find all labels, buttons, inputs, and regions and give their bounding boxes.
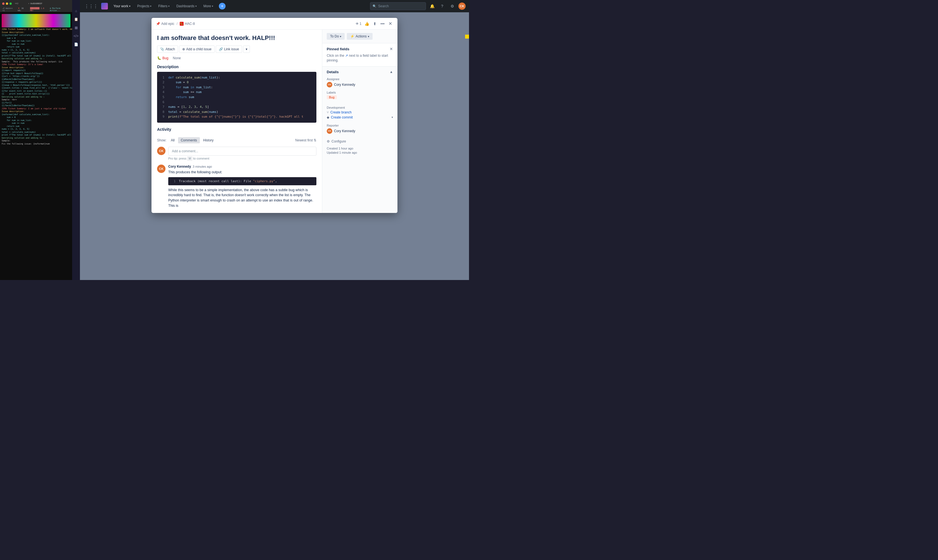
pin-icon-inline: ↗ xyxy=(345,54,348,58)
terminal-statusbar-top: ⎇ main++ ↑1 🔻 36 kB↓ ▓▓▓▓▓▓▓▓ 1.6 MB↑ ⊕ … xyxy=(0,7,72,12)
code-line-8: 8 total = calculate_sum(nums) xyxy=(160,109,313,115)
sidebar-icon-home[interactable]: ⌂ xyxy=(74,8,78,14)
user-avatar-nav[interactable]: CK xyxy=(458,3,466,10)
link-issue-btn[interactable]: 🔗 Link issue xyxy=(216,46,242,53)
memory-stat1: 🔻 36 kB↓ xyxy=(18,7,28,12)
nav-more[interactable]: More ▾ xyxy=(201,3,215,9)
terminal-lines: JIRA Ticket Summary: I am software that … xyxy=(2,28,71,145)
sidebar-icon-board[interactable]: ▦ xyxy=(74,25,78,30)
notifications-btn[interactable]: 🔔 xyxy=(428,2,436,10)
attach-icon: 📎 xyxy=(160,47,165,51)
thumbs-up-btn[interactable]: 👍 xyxy=(364,21,370,27)
comment-tip: Pro tip: press M to comment xyxy=(168,157,317,160)
terminal-line: {{response = requests.get(url)}} xyxy=(2,81,71,84)
reporter-avatar: CK xyxy=(327,128,332,134)
add-child-btn[interactable]: ⊕ Add a child issue xyxy=(179,46,215,53)
terminal-line: Issue description: xyxy=(2,66,71,69)
sort-newest-btn[interactable]: Newest first ⇅ xyxy=(295,138,317,142)
bug-icon: 🐛 xyxy=(157,56,161,60)
create-commit-btn[interactable]: ◆ Create commit ▾ xyxy=(327,115,393,119)
nav-projects[interactable]: Projects ▾ xyxy=(135,3,154,9)
more-options-btn[interactable]: ••• xyxy=(380,21,386,27)
grid-icon[interactable]: ⋮⋮⋮ xyxy=(83,3,99,10)
nav-dashboards[interactable]: Dashboards ▾ xyxy=(174,3,199,9)
assignee-avatar: CK xyxy=(327,82,332,88)
nav-filters[interactable]: Filters ▾ xyxy=(156,3,172,9)
gpu-art xyxy=(2,14,71,28)
dashboards-chevron: ▾ xyxy=(195,5,197,8)
tab-comments[interactable]: Comments xyxy=(178,137,200,143)
modal-actions-right: 👁 1 👍 ⬆ ••• ✕ xyxy=(355,20,393,27)
terminal-line: {{#SeckCIsBetterThanCake}} xyxy=(2,78,71,81)
sidebar-icon-docs[interactable]: 📄 xyxy=(74,42,78,47)
code-line-7: 7 nums = [1, 2, 3, 4, 5] xyxy=(160,105,313,109)
issue-modal: 📌 Add epic / 🐛 HAC-8 👁 1 👍 ⬆ ••• ✕ xyxy=(151,18,397,213)
attach-btn[interactable]: 📎 Attach xyxy=(157,46,178,53)
create-button[interactable]: + xyxy=(219,3,226,9)
perform-action[interactable]: ⊕ Perform Action... xyxy=(50,7,70,12)
details-header[interactable]: Details ▲ xyxy=(327,70,393,74)
settings-btn[interactable]: ⚙ xyxy=(448,2,456,10)
tab-history[interactable]: History xyxy=(200,137,216,143)
eye-icon: 👁 xyxy=(355,22,359,26)
pinned-close-btn[interactable]: ✕ xyxy=(390,47,393,51)
sidebar-icon-code[interactable]: </> xyxy=(74,34,78,38)
terminal-max-btn[interactable] xyxy=(9,3,12,5)
terminal-line: {{/SeckCIsBetterThanCake}} xyxy=(2,104,71,107)
terminal-line: sum += num xyxy=(2,122,71,125)
modal-right-panel: To Do ▾ ⚡ Actions ▾ Pinned fields xyxy=(322,29,397,213)
nav-your-work[interactable]: Your work ▾ xyxy=(111,3,133,9)
issue-type-badge: 🐛 Bug xyxy=(157,56,168,60)
current-user-avatar: CK xyxy=(157,147,166,155)
terminal-close-btn[interactable] xyxy=(2,3,5,5)
status-chevron-icon: ▾ xyxy=(340,35,341,38)
assignee-name: Cory Kennedy xyxy=(334,83,355,87)
terminal-line: Genrating solution and adding to : xyxy=(2,137,71,140)
terminal-min-btn[interactable] xyxy=(6,3,8,5)
comment-body: Cory Kennedy 3 minutes ago This produces… xyxy=(168,165,317,208)
status-button[interactable]: To Do ▾ xyxy=(327,33,344,40)
sidebar-icon-plan[interactable]: 📋 xyxy=(74,17,78,22)
comment-input[interactable]: Add a comment... xyxy=(168,147,317,155)
terminal-line: {{url = 'https://seckc.org/'}} xyxy=(2,75,71,78)
breadcrumb-separator: / xyxy=(177,22,177,26)
comment-input-row: CK Add a comment... Pro tip: press M to … xyxy=(157,147,317,160)
terminal-line: for num in num_list: xyxy=(2,119,71,122)
comment-item: CK Cory Kennedy 3 minutes ago This produ… xyxy=(157,165,317,208)
search-box[interactable]: 🔍 Search xyxy=(370,2,426,10)
details-section: Details ▲ Assignee CK Cory Kennedy xyxy=(322,66,397,106)
toolbar-more-btn[interactable]: ▾ xyxy=(243,46,250,53)
terminal-line: Sample: This produces the following outp… xyxy=(2,60,71,63)
terminal-line: return sum xyxy=(2,46,71,49)
modal-close-btn[interactable]: ✕ xyxy=(388,20,393,27)
development-section: Development ⑂ Create branch ◆ Create com… xyxy=(322,106,397,124)
share-btn[interactable]: ⬆ xyxy=(372,21,377,27)
assignee-value[interactable]: CK Cory Kennedy xyxy=(327,82,393,88)
terminal-line: {{from bs4 import BeautifulSoup}} xyxy=(2,72,71,75)
projects-chevron: ▾ xyxy=(150,5,151,8)
actions-button[interactable]: ⚡ Actions ▾ xyxy=(347,33,372,40)
terminal-line: return sum xyxy=(2,125,71,128)
watch-badge[interactable]: 👁 1 xyxy=(355,22,362,26)
help-btn[interactable]: ? xyxy=(438,2,446,10)
updated-timestamp: Updated 1 minute ago xyxy=(327,151,393,154)
memory-stat2: ▓▓▓▓▓▓▓▓ 1.6 MB↑ xyxy=(30,7,47,12)
more-chevron: ▾ xyxy=(212,5,213,8)
comment-text: This produces the following output: xyxy=(168,169,317,175)
labels-value[interactable]: Bug xyxy=(327,95,393,99)
terminal-line: Fix the following issue: {noformat}num xyxy=(2,143,71,146)
reporter-value[interactable]: CK Cory Kennedy xyxy=(327,128,393,134)
create-branch-btn[interactable]: ⑂ Create branch xyxy=(327,111,393,114)
issue-type-icon: 🐛 xyxy=(180,22,184,26)
tab-all[interactable]: All xyxy=(168,137,177,143)
comment-time: 3 minutes ago xyxy=(192,165,212,168)
search-icon: 🔍 xyxy=(372,5,377,8)
comment-author: Cory Kennedy xyxy=(168,165,191,169)
sidebar-icons: ⌂ 📋 ▦ </> 📄 xyxy=(72,0,80,280)
status-actions-row: To Do ▾ ⚡ Actions ▾ xyxy=(322,29,397,43)
show-label: Show: xyxy=(157,138,166,142)
breadcrumb-issue-key[interactable]: 🐛 HAC-8 xyxy=(180,22,195,26)
pin-icon: 📌 xyxy=(156,22,160,26)
breadcrumb-add-epic[interactable]: 📌 Add epic xyxy=(156,22,174,26)
configure-row[interactable]: ⚙ Configure xyxy=(322,137,397,146)
